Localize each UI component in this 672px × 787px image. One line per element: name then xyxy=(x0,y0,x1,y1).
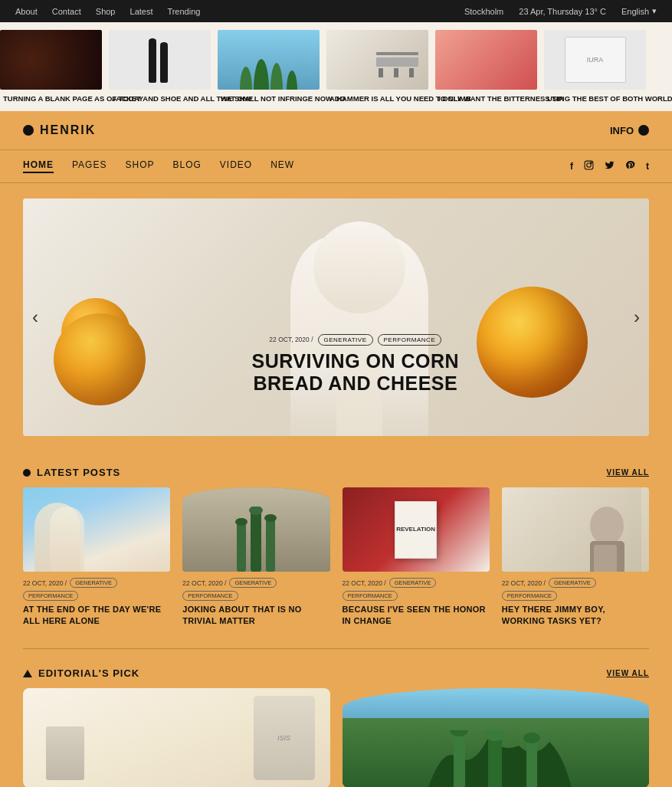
post-tag-generative-2[interactable]: GENERATIVE xyxy=(229,578,277,588)
hero-next-button[interactable]: › xyxy=(634,307,640,328)
nav-pages[interactable]: PAGES xyxy=(72,159,107,173)
svg-rect-25 xyxy=(454,730,465,787)
post-tag-generative-4[interactable]: GENERATIVE xyxy=(549,578,596,588)
nav-shop[interactable]: SHOP xyxy=(125,159,154,173)
svg-rect-0 xyxy=(149,41,156,83)
ticker-strip: TURNING A BLANK PAGE AS OF TODAY JACKET … xyxy=(0,22,672,111)
logo-dot xyxy=(23,125,34,136)
svg-rect-26 xyxy=(488,734,502,787)
hero-tag-generative[interactable]: GENERATIVE xyxy=(318,334,373,346)
svg-rect-9 xyxy=(376,57,418,67)
post-card-3[interactable]: REVELATION 22 OCT, 2020 / GENERATIVE PER… xyxy=(343,487,490,627)
svg-point-21 xyxy=(264,514,277,522)
hero-prev-button[interactable]: ‹ xyxy=(32,307,38,328)
svg-rect-10 xyxy=(379,68,383,77)
top-bar-info: Stockholm 23 Apr, Thursday 13° C English… xyxy=(464,6,657,16)
post-thumb-3: REVELATION xyxy=(343,487,490,572)
nav-latest[interactable]: Latest xyxy=(130,7,153,16)
section-dot-icon xyxy=(23,469,31,477)
social-icons: f t xyxy=(570,160,649,172)
post-meta-3: 22 OCT, 2020 / GENERATIVE PERFORMANCE xyxy=(343,578,490,601)
ticker-item-6[interactable]: IURA USING THE BEST OF BOTH WORLD NOW xyxy=(544,30,651,103)
section-divider xyxy=(23,648,649,649)
post-meta-2: 22 OCT, 2020 / GENERATIVE PERFORMANCE xyxy=(182,578,329,601)
nav-trending[interactable]: Trending xyxy=(167,7,200,16)
svg-rect-24 xyxy=(594,545,617,572)
svg-point-5 xyxy=(254,59,269,90)
posts-grid: 22 OCT, 2020 / GENERATIVE PERFORMANCE AT… xyxy=(0,487,672,645)
post-title-4: HEY THERE JIMMY BOY, WORKING TASKS YET? xyxy=(502,604,649,627)
tumblr-icon[interactable]: t xyxy=(646,161,649,172)
ticker-items: TURNING A BLANK PAGE AS OF TODAY JACKET … xyxy=(0,30,672,103)
post-thumb-4 xyxy=(502,487,649,572)
editorial-card-2[interactable] xyxy=(343,688,650,787)
twitter-icon[interactable] xyxy=(605,160,615,172)
editorial-title: EDITORIAL'S PICK xyxy=(23,667,139,679)
post-title-1: AT THE END OF THE DAY WE'RE ALL HERE ALO… xyxy=(23,604,170,627)
editorial-grid: ISIS xyxy=(0,688,672,787)
nav-new[interactable]: NEW xyxy=(270,159,294,173)
svg-rect-1 xyxy=(160,44,168,83)
ticker-item-4[interactable]: A HAMMER IS ALL YOU NEED TO CLIMB xyxy=(326,30,434,103)
svg-point-30 xyxy=(523,733,540,743)
latest-posts-title: LATEST POSTS xyxy=(23,467,120,478)
ticker-item-3[interactable]: WE SHALL NOT INFRINGE NOW DO xyxy=(218,30,325,103)
nav-blog[interactable]: BLOG xyxy=(172,159,201,173)
post-tag-performance-2[interactable]: PERFORMANCE xyxy=(182,591,238,601)
info-button[interactable]: INFO xyxy=(610,125,649,136)
ticker-item-1[interactable]: TURNING A BLANK PAGE AS OF TODAY xyxy=(0,30,107,103)
post-card-1[interactable]: 22 OCT, 2020 / GENERATIVE PERFORMANCE AT… xyxy=(23,487,170,627)
post-card-4[interactable]: 22 OCT, 2020 / GENERATIVE PERFORMANCE HE… xyxy=(502,487,649,627)
post-meta-1: 22 OCT, 2020 / GENERATIVE PERFORMANCE xyxy=(23,578,170,601)
post-meta-4: 22 OCT, 2020 / GENERATIVE PERFORMANCE xyxy=(502,578,649,601)
latest-posts-view-all[interactable]: VIEW ALL xyxy=(607,468,649,477)
svg-point-22 xyxy=(590,507,624,545)
editorial-card-1[interactable]: ISIS xyxy=(23,688,330,787)
svg-point-6 xyxy=(270,63,283,90)
post-tag-generative-3[interactable]: GENERATIVE xyxy=(389,578,437,588)
pinterest-icon[interactable] xyxy=(625,160,635,172)
post-tag-generative-1[interactable]: GENERATIVE xyxy=(70,578,117,588)
nav-shop[interactable]: Shop xyxy=(96,7,116,16)
info-dot-icon xyxy=(638,125,649,136)
post-thumb-2 xyxy=(182,487,329,572)
logo-text: HENRIK xyxy=(40,123,96,137)
post-tag-performance-1[interactable]: PERFORMANCE xyxy=(23,591,78,601)
nav-contact[interactable]: Contact xyxy=(52,7,81,16)
facebook-icon[interactable]: f xyxy=(570,161,573,172)
svg-point-19 xyxy=(235,518,247,526)
top-bar-nav: About Contact Shop Latest Trending xyxy=(15,7,212,16)
nav-video[interactable]: VIDEO xyxy=(220,159,252,173)
chevron-down-icon: ▾ xyxy=(652,6,657,16)
nav-about[interactable]: About xyxy=(15,7,38,16)
svg-point-15 xyxy=(591,162,592,164)
hero-text: 22 OCT, 2020 / GENERATIVE PERFORMANCE SU… xyxy=(252,334,460,395)
svg-rect-27 xyxy=(526,738,537,787)
post-tag-performance-4[interactable]: PERFORMANCE xyxy=(502,591,557,601)
post-tag-performance-3[interactable]: PERFORMANCE xyxy=(343,591,398,601)
nav-home[interactable]: HOME xyxy=(23,159,54,173)
logo[interactable]: HENRIK xyxy=(23,123,96,137)
hero-tag-performance[interactable]: PERFORMANCE xyxy=(378,334,442,346)
svg-rect-16 xyxy=(237,522,246,572)
hero-title: SURVIVING ON CORNBREAD AND CHEESE xyxy=(252,350,460,395)
svg-rect-11 xyxy=(394,68,398,77)
ticker-item-2[interactable]: JACKET AND SHOE AND ALL THAT ONE xyxy=(109,30,216,103)
hero-slider: 22 OCT, 2020 / GENERATIVE PERFORMANCE SU… xyxy=(23,198,649,436)
svg-rect-17 xyxy=(251,510,261,572)
post-title-3: BECAUSE I'VE SEEN THE HONOR IN CHANGE xyxy=(343,604,490,627)
datetime: 23 Apr, Thursday 13° C xyxy=(519,7,606,16)
language-selector[interactable]: English ▾ xyxy=(621,6,657,16)
editorial-header: EDITORIAL'S PICK VIEW ALL xyxy=(0,652,672,688)
editorial-view-all[interactable]: VIEW ALL xyxy=(607,669,649,677)
instagram-icon[interactable] xyxy=(584,160,594,172)
svg-point-14 xyxy=(587,163,591,167)
main-nav: HOME PAGES SHOP BLOG VIDEO NEW f t xyxy=(0,150,672,183)
svg-point-28 xyxy=(450,730,468,736)
ticker-item-5[interactable]: I ONLY WANT THE BITTERNESS TIP xyxy=(435,30,543,103)
post-thumb-1 xyxy=(23,487,170,572)
post-title-2: JOKING ABOUT THAT IS NO TRIVIAL MATTER xyxy=(182,604,329,627)
triangle-icon xyxy=(23,670,32,677)
post-card-2[interactable]: 22 OCT, 2020 / GENERATIVE PERFORMANCE JO… xyxy=(182,487,329,627)
svg-point-7 xyxy=(287,71,297,90)
